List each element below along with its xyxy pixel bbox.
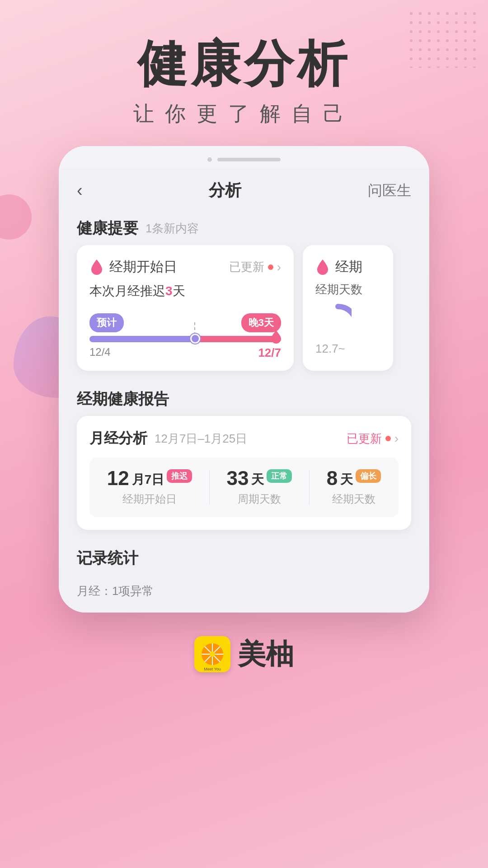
stat-value-cycle: 33	[227, 468, 249, 488]
stat-value-row-3: 8 天 偏长	[327, 468, 381, 488]
svg-text:Meet You: Meet You	[204, 667, 221, 671]
stat-label-1: 经期开始日	[122, 492, 177, 506]
stat-value-period: 8	[327, 468, 338, 488]
nav-bar: ‹ 分析 问医生	[59, 169, 429, 209]
report-status: 已更新 ›	[347, 431, 399, 447]
card-header: 经期开始日 已更新 ›	[89, 258, 281, 276]
delay-number: 3	[165, 284, 173, 298]
report-card-title: 月经分析	[89, 429, 147, 448]
report-header: 月经分析 12月7日–1月25日 已更新 ›	[89, 429, 399, 448]
track-pink	[195, 336, 281, 342]
record-stats-section-header: 记录统计	[59, 539, 429, 575]
drop-icon-side	[315, 259, 330, 276]
card-description: 本次月经推迟3天	[89, 283, 281, 300]
drop-icon	[89, 259, 104, 276]
stat-period-start: 12 月7日 推迟 经期开始日	[107, 468, 192, 506]
nav-title: 分析	[209, 179, 241, 202]
timeline: 预计 晚3天	[89, 309, 281, 360]
phone-camera-dot	[207, 157, 212, 162]
stats-inner-card: 12 月7日 推迟 经期开始日 33 天 正常 周期天数	[89, 458, 399, 517]
card-side-header: 经期	[315, 258, 380, 276]
app-content: ‹ 分析 问医生 健康提要 1条新内容 经期开始	[59, 169, 429, 613]
stat-unit-1: 月7日	[132, 468, 164, 488]
period-report-title: 经期健康报告	[77, 389, 169, 410]
health-summary-title: 健康提要	[77, 218, 138, 239]
report-header-left: 月经分析 12月7日–1月25日	[89, 429, 247, 448]
stat-label-3: 经期天数	[332, 492, 375, 506]
date-left: 12/4	[89, 346, 111, 360]
card-side-value: 12.7~	[315, 342, 380, 356]
timeline-label-left: 预计	[89, 313, 124, 332]
report-date-range: 12月7日–1月25日	[155, 431, 247, 447]
hero-subtitle: 让你更了解自己	[0, 100, 488, 128]
card-side-chart	[315, 302, 352, 338]
chevron-right-icon: ›	[277, 260, 281, 274]
health-summary-badge: 1条新内容	[145, 221, 199, 236]
period-report-card[interactable]: 月经分析 12月7日–1月25日 已更新 › 12 月7日 推迟	[77, 416, 411, 530]
card-header-left: 经期开始日	[89, 258, 177, 276]
report-chevron-icon: ›	[394, 431, 399, 446]
report-status-dot	[385, 436, 391, 441]
report-status-text: 已更新	[347, 431, 382, 447]
period-start-card[interactable]: 经期开始日 已更新 › 本次月经推迟3天 预计	[77, 245, 294, 371]
timeline-labels: 预计 晚3天	[89, 313, 281, 332]
period-days-card[interactable]: 经期 经期天数 12.7~	[303, 245, 393, 371]
record-label: 月经：1项异常	[77, 583, 411, 599]
record-stats-title: 记录统计	[77, 548, 138, 569]
bottom-brand: Meet You 美柚	[0, 613, 488, 700]
health-summary-section-header: 健康提要 1条新内容	[59, 209, 429, 245]
timeline-track	[89, 336, 281, 342]
svg-point-6	[210, 651, 215, 657]
period-report-section-header: 经期健康报告	[59, 380, 429, 416]
stat-unit-3: 天	[340, 468, 353, 488]
track-drop-pink	[270, 330, 282, 346]
phone-mockup: ‹ 分析 问医生 健康提要 1条新内容 经期开始	[59, 146, 429, 613]
card-status: 已更新 ›	[229, 259, 281, 275]
phone-topbar	[59, 146, 429, 169]
health-cards-scroll: 经期开始日 已更新 › 本次月经推迟3天 预计	[59, 245, 429, 380]
hero-section: 健康分析 让你更了解自己	[0, 0, 488, 146]
stat-divider-2	[309, 470, 310, 505]
hero-title: 健康分析	[0, 36, 488, 91]
card-side-sublabel: 经期天数	[315, 282, 380, 297]
brand-name-text: 美柚	[238, 635, 294, 673]
dashed-line	[194, 322, 195, 335]
status-dot	[268, 264, 273, 270]
stat-value-row-2: 33 天 正常	[227, 468, 292, 488]
stat-badge-1: 推迟	[167, 469, 192, 483]
pill-predicted: 预计	[89, 313, 124, 332]
pink-circle-decoration	[0, 194, 32, 240]
stat-badge-2: 正常	[267, 469, 292, 483]
stat-value-row-1: 12 月7日 推迟	[107, 468, 192, 488]
stat-badge-3: 偏长	[356, 469, 381, 483]
phone-speaker-bar	[217, 158, 281, 161]
stat-cycle-days: 33 天 正常 周期天数	[227, 468, 292, 506]
ask-doctor-button[interactable]: 问医生	[368, 181, 411, 201]
track-purple	[89, 336, 195, 342]
brand-logo: Meet You	[194, 636, 230, 672]
record-section: 月经：1项异常	[59, 575, 429, 599]
stat-divider-1	[209, 470, 210, 505]
stat-label-2: 周期天数	[238, 492, 281, 506]
back-button[interactable]: ‹	[77, 181, 83, 200]
stat-unit-2: 天	[251, 468, 264, 488]
card-side-label: 经期	[335, 258, 362, 276]
status-text: 已更新	[229, 259, 264, 275]
card-label: 经期开始日	[109, 258, 177, 276]
stat-period-days: 8 天 偏长 经期天数	[327, 468, 381, 506]
date-right: 12/7	[258, 346, 281, 360]
timeline-dates: 12/4 12/7	[89, 346, 281, 360]
stat-value-month: 12	[107, 468, 129, 488]
